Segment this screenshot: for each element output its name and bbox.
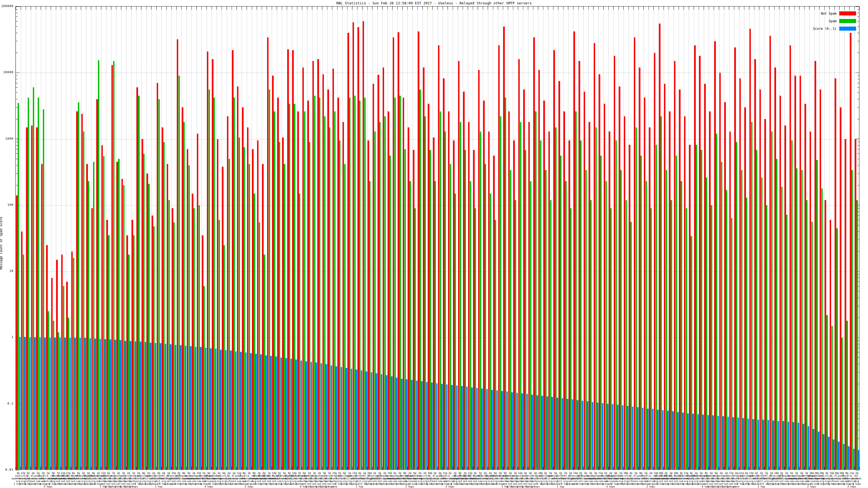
x-tick-top [860,6,860,10]
not-spam-bar [41,164,43,470]
not-spam-bar [694,45,696,470]
y-minor-tick [858,159,859,159]
x-tick-top [357,6,358,10]
not-spam-bar [669,111,671,470]
spam-bar [776,159,777,470]
x-tick-top [312,6,312,10]
x-tick-top [603,6,603,10]
spam-bar [219,220,220,470]
spam-bar [721,162,722,470]
spam-bar [319,98,320,470]
x-tick-top [277,6,277,10]
not-spam-bar [473,150,475,470]
spam-bar [440,111,441,470]
spam-bar [756,150,757,470]
spam-bar [359,101,361,470]
score-bar [748,419,749,470]
y-minor-tick [858,79,859,79]
chart-plot-area [16,6,859,470]
spam-bar [103,156,104,470]
spam-bar [309,142,310,470]
not-spam-bar [805,104,806,470]
score-bar [436,383,438,470]
x-tick-top [779,6,779,10]
x-tick-top [46,6,46,10]
score-bar [803,424,804,470]
score-bar [527,394,528,470]
x-tick-top [503,6,503,10]
spam-bar [148,184,150,470]
spam-bar [691,236,692,470]
spam-bar [364,98,366,470]
score-bar [451,385,453,470]
spam-bar [681,181,682,470]
score-bar [331,365,332,470]
not-spam-bar [503,27,505,470]
score-bar [637,407,639,470]
not-spam-bar [563,111,565,470]
y-minor-tick [16,149,18,150]
score-bar [84,338,86,470]
x-tick-top [76,6,76,10]
not-spam-bar [21,231,23,470]
y-minor-tick [858,83,859,83]
spam-bar [88,181,89,470]
score-bar [501,391,503,470]
spam-bar [620,170,622,470]
spam-bar [851,170,853,470]
not-spam-bar [247,127,249,470]
not-spam-bar [795,76,796,470]
y-minor-tick [16,87,18,88]
x-tick-top [402,6,403,10]
score-bar [521,393,523,470]
not-spam-bar [553,50,555,470]
spam-bar [610,208,612,470]
x-tick-top [653,6,654,10]
spam-bar [198,205,200,470]
spam-bar [63,286,64,470]
spam-bar [535,111,536,470]
chart-legend: Not SpamSpamScore (0..1) [813,11,856,34]
score-bar [371,372,372,470]
spam-bar [450,164,451,470]
x-tick-top [166,6,166,10]
score-bar [104,339,106,470]
y-minor-tick [858,119,859,119]
score-bar [290,359,292,470]
spam-bar [118,159,119,470]
y-minor-tick [16,99,18,99]
not-spam-bar [287,50,289,470]
x-tick-top [172,6,172,10]
spam-bar [525,150,526,470]
y-minor-tick [858,26,859,27]
not-spam-bar [303,67,304,470]
spam-bar [394,98,396,470]
score-bar [396,378,397,470]
x-tick-top [834,6,835,10]
score-bar [597,402,598,470]
score-bar [275,357,277,470]
not-spam-bar [26,127,28,470]
x-tick-top [21,6,21,10]
y-minor-tick [858,13,859,13]
not-spam-bar [488,131,490,470]
spam-bar [590,200,592,470]
spam-bar [18,103,19,470]
not-spam-bar [328,90,329,470]
spam-bar [660,116,662,470]
score-bar [662,410,664,470]
spam-bar [771,131,773,470]
legend-item: Spam [813,19,856,23]
not-spam-bar [634,37,636,470]
y-major-tick [16,470,20,470]
score-bar [853,449,855,470]
not-spam-bar [212,59,214,470]
score-bar [848,446,849,470]
score-bar [602,403,603,470]
score-bar [511,392,513,470]
y-minor-tick [858,165,859,165]
not-spam-bar [282,137,284,470]
spam-bar [78,102,79,470]
legend-label: Score (0..1) [813,27,837,31]
not-spam-bar [96,99,98,470]
